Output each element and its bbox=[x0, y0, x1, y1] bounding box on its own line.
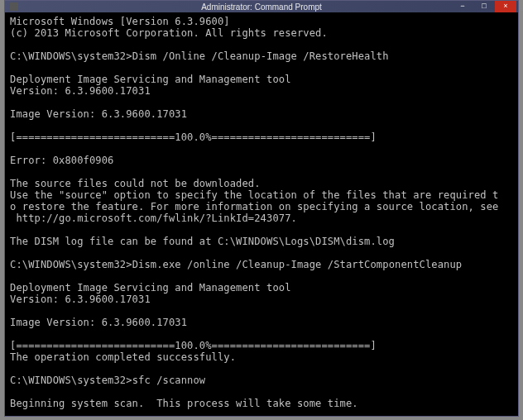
minimize-button[interactable]: − bbox=[452, 1, 473, 12]
progress-bar: [==========================100.0%=======… bbox=[10, 131, 377, 143]
error-line: Error: 0x800f0906 bbox=[10, 155, 113, 166]
prompt: C:\WINDOWS\system32> bbox=[10, 259, 132, 270]
output-line: Beginning system scan. This process will… bbox=[10, 398, 358, 409]
output-line: Use the "source" option to specify the l… bbox=[10, 189, 498, 201]
output-line: Microsoft Windows [Version 6.3.9600] bbox=[10, 16, 230, 27]
output-line: Version: 6.3.9600.17031 bbox=[10, 294, 151, 305]
output-line: Image Version: 6.3.9600.17031 bbox=[10, 317, 187, 328]
output-line: The source files could not be downloaded… bbox=[10, 178, 261, 189]
command-text: Dism.exe /online /Cleanup-Image /StartCo… bbox=[132, 259, 463, 270]
output-line: Image Version: 6.3.9600.17031 bbox=[10, 108, 187, 120]
output-line: The DISM log file can be found at C:\WIN… bbox=[10, 236, 395, 247]
command-text: sfc /scannow bbox=[132, 375, 206, 386]
window-title: Administrator: Command Prompt bbox=[201, 2, 322, 12]
output-line: (c) 2013 Microsoft Corporation. All righ… bbox=[10, 27, 328, 39]
app-icon bbox=[10, 2, 18, 11]
terminal-output[interactable]: Microsoft Windows [Version 6.3.9600] (c)… bbox=[5, 12, 518, 416]
maximize-button[interactable]: □ bbox=[473, 1, 495, 12]
command-prompt-window: Administrator: Command Prompt − □ × Micr… bbox=[4, 0, 519, 417]
output-line: The operation completed successfully. bbox=[10, 351, 236, 363]
output-line: Version: 6.3.9600.17031 bbox=[10, 85, 151, 97]
titlebar[interactable]: Administrator: Command Prompt − □ × bbox=[5, 1, 518, 12]
progress-bar: [==========================100.0%=======… bbox=[10, 340, 377, 351]
output-line: Deployment Image Servicing and Managemen… bbox=[10, 74, 291, 85]
output-line: Deployment Image Servicing and Managemen… bbox=[10, 282, 291, 294]
output-line: o restore the feature. For more informat… bbox=[10, 201, 498, 212]
prompt: C:\WINDOWS\system32> bbox=[10, 50, 132, 62]
close-button[interactable]: × bbox=[495, 1, 516, 12]
command-text: Dism /Online /Cleanup-Image /RestoreHeal… bbox=[132, 50, 389, 62]
window-controls: − □ × bbox=[452, 1, 516, 12]
output-line: http://go.microsoft.com/fwlink/?LinkId=2… bbox=[10, 212, 297, 224]
prompt: C:\WINDOWS\system32> bbox=[10, 375, 132, 386]
